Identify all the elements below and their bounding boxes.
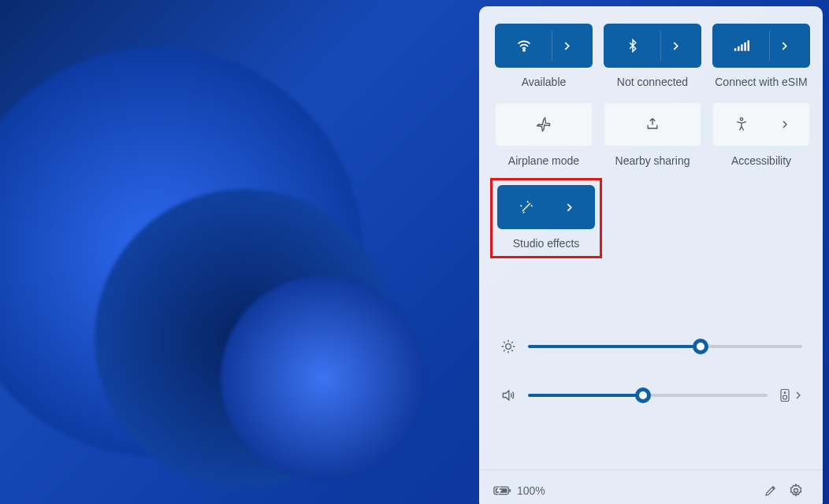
chevron-right-icon[interactable] bbox=[548, 42, 587, 50]
edit-quick-settings-button[interactable] bbox=[758, 478, 783, 503]
svg-rect-1 bbox=[734, 48, 737, 50]
brightness-slider[interactable] bbox=[528, 345, 802, 348]
volume-slider-row bbox=[500, 387, 802, 403]
cellular-tile[interactable] bbox=[712, 24, 810, 68]
quick-settings-grid: Available Not connected bbox=[495, 24, 807, 169]
gear-icon bbox=[788, 483, 804, 498]
wifi-tile[interactable] bbox=[495, 24, 593, 68]
quick-settings-footer: 100% bbox=[479, 469, 823, 504]
signal-bars-icon bbox=[718, 39, 765, 53]
chevron-right-icon[interactable] bbox=[794, 391, 802, 399]
quick-settings-row-3: Studio effects bbox=[495, 178, 807, 265]
settings-button[interactable] bbox=[783, 478, 809, 503]
studio-effects-tile[interactable] bbox=[497, 185, 595, 229]
chevron-right-icon[interactable] bbox=[656, 42, 696, 50]
battery-status[interactable]: 100% bbox=[493, 484, 545, 497]
svg-rect-13 bbox=[509, 489, 511, 492]
studio-effects-label: Studio effects bbox=[513, 237, 580, 251]
svg-point-7 bbox=[506, 344, 511, 350]
battery-percent: 100% bbox=[517, 484, 545, 497]
bluetooth-icon bbox=[609, 38, 656, 54]
airplane-icon bbox=[520, 117, 567, 132]
battery-icon bbox=[493, 485, 512, 496]
chevron-right-icon[interactable] bbox=[765, 120, 805, 128]
brightness-icon bbox=[500, 339, 517, 354]
chevron-right-icon[interactable] bbox=[765, 42, 805, 50]
effects-icon bbox=[503, 199, 550, 215]
wifi-icon bbox=[500, 38, 548, 54]
bluetooth-label: Not connected bbox=[617, 76, 688, 90]
studio-effects-highlight: Studio effects bbox=[490, 178, 602, 258]
svg-rect-2 bbox=[738, 46, 740, 51]
svg-rect-4 bbox=[745, 43, 747, 51]
sliders-section bbox=[495, 265, 807, 469]
volume-icon bbox=[500, 387, 517, 403]
quick-settings-panel: Available Not connected bbox=[479, 6, 823, 504]
accessibility-tile[interactable] bbox=[712, 102, 810, 146]
svg-point-6 bbox=[741, 118, 743, 120]
svg-rect-5 bbox=[748, 40, 750, 50]
airplane-mode-tile[interactable] bbox=[495, 102, 593, 146]
svg-point-10 bbox=[783, 395, 787, 399]
accessibility-icon bbox=[718, 117, 765, 132]
nearby-sharing-label: Nearby sharing bbox=[615, 154, 690, 169]
svg-point-9 bbox=[784, 392, 786, 394]
svg-rect-3 bbox=[741, 44, 743, 50]
brightness-slider-row bbox=[500, 339, 802, 354]
bluetooth-tile[interactable] bbox=[604, 24, 701, 68]
volume-slider[interactable] bbox=[528, 394, 768, 397]
svg-point-14 bbox=[794, 488, 798, 492]
audio-output-button[interactable] bbox=[779, 387, 791, 403]
wifi-label: Available bbox=[522, 76, 567, 90]
chevron-right-icon[interactable] bbox=[550, 203, 589, 212]
accessibility-label: Accessibility bbox=[731, 154, 791, 169]
svg-point-0 bbox=[523, 50, 525, 51]
airplane-mode-label: Airplane mode bbox=[508, 154, 579, 169]
share-icon bbox=[629, 117, 676, 132]
cellular-label: Connect with eSIM bbox=[715, 76, 808, 90]
pencil-icon bbox=[764, 484, 778, 498]
nearby-sharing-tile[interactable] bbox=[604, 102, 701, 146]
